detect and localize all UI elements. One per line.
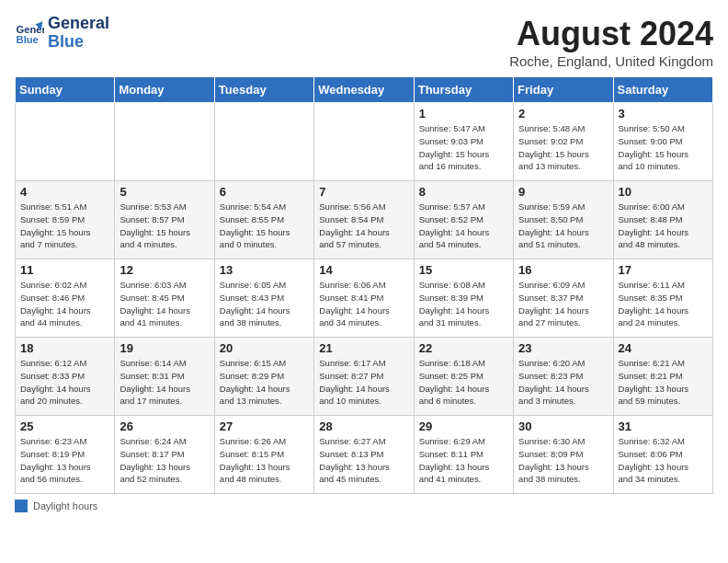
day-number: 28	[319, 419, 408, 433]
day-info: Sunrise: 5:51 AM Sunset: 8:59 PM Dayligh…	[20, 201, 109, 251]
day-number: 14	[319, 263, 408, 277]
day-number: 29	[419, 419, 508, 433]
calendar-cell: 25Sunrise: 6:23 AM Sunset: 8:19 PM Dayli…	[16, 416, 115, 494]
calendar-cell: 2Sunrise: 5:48 AM Sunset: 9:02 PM Daylig…	[514, 103, 613, 181]
day-number: 25	[20, 419, 109, 433]
daylight-box-icon	[15, 500, 28, 512]
header-tuesday: Tuesday	[214, 77, 313, 103]
day-number: 2	[518, 107, 608, 121]
calendar-week-1: 4Sunrise: 5:51 AM Sunset: 8:59 PM Daylig…	[16, 181, 713, 259]
header-sunday: Sunday	[16, 77, 115, 103]
day-info: Sunrise: 6:32 AM Sunset: 8:06 PM Dayligh…	[619, 435, 708, 486]
header-wednesday: Wednesday	[314, 77, 414, 103]
day-number: 15	[419, 263, 508, 277]
day-number: 20	[220, 341, 309, 355]
day-number: 4	[20, 185, 109, 199]
day-info: Sunrise: 6:24 AM Sunset: 8:17 PM Dayligh…	[119, 435, 209, 486]
calendar-cell	[214, 103, 313, 181]
calendar-cell: 26Sunrise: 6:24 AM Sunset: 8:17 PM Dayli…	[115, 416, 214, 494]
svg-text:Blue: Blue	[17, 34, 39, 45]
calendar-cell: 23Sunrise: 6:20 AM Sunset: 8:23 PM Dayli…	[514, 338, 613, 416]
day-number: 24	[619, 341, 708, 355]
day-info: Sunrise: 6:00 AM Sunset: 8:48 PM Dayligh…	[619, 201, 708, 251]
day-number: 27	[220, 419, 309, 433]
calendar-cell: 20Sunrise: 6:15 AM Sunset: 8:29 PM Dayli…	[214, 338, 313, 416]
day-info: Sunrise: 6:29 AM Sunset: 8:11 PM Dayligh…	[419, 435, 508, 486]
title-area: August 2024 Roche, England, United Kingd…	[509, 15, 713, 69]
header-monday: Monday	[115, 77, 214, 103]
day-number: 30	[518, 419, 608, 433]
calendar-cell: 15Sunrise: 6:08 AM Sunset: 8:39 PM Dayli…	[414, 259, 513, 338]
calendar-week-4: 25Sunrise: 6:23 AM Sunset: 8:19 PM Dayli…	[16, 416, 713, 494]
calendar-cell: 28Sunrise: 6:27 AM Sunset: 8:13 PM Dayli…	[314, 416, 414, 494]
day-number: 3	[619, 107, 708, 121]
day-number: 31	[619, 419, 708, 433]
day-info: Sunrise: 5:53 AM Sunset: 8:57 PM Dayligh…	[119, 201, 209, 251]
calendar-week-0: 1Sunrise: 5:47 AM Sunset: 9:03 PM Daylig…	[16, 103, 713, 181]
calendar-cell: 8Sunrise: 5:57 AM Sunset: 8:52 PM Daylig…	[414, 181, 513, 259]
logo: General Blue General Blue	[15, 15, 109, 52]
day-number: 19	[119, 341, 209, 355]
header-saturday: Saturday	[613, 77, 712, 103]
calendar-cell: 7Sunrise: 5:56 AM Sunset: 8:54 PM Daylig…	[314, 181, 414, 259]
day-info: Sunrise: 5:50 AM Sunset: 9:00 PM Dayligh…	[619, 122, 708, 173]
calendar-cell: 3Sunrise: 5:50 AM Sunset: 9:00 PM Daylig…	[613, 103, 712, 181]
day-info: Sunrise: 6:08 AM Sunset: 8:39 PM Dayligh…	[419, 279, 508, 329]
calendar-week-2: 11Sunrise: 6:02 AM Sunset: 8:46 PM Dayli…	[16, 259, 713, 338]
calendar-cell: 19Sunrise: 6:14 AM Sunset: 8:31 PM Dayli…	[115, 338, 214, 416]
day-info: Sunrise: 6:02 AM Sunset: 8:46 PM Dayligh…	[20, 279, 109, 329]
day-number: 11	[20, 263, 109, 277]
calendar-cell: 18Sunrise: 6:12 AM Sunset: 8:33 PM Dayli…	[16, 338, 115, 416]
calendar-cell: 12Sunrise: 6:03 AM Sunset: 8:45 PM Dayli…	[115, 259, 214, 338]
day-info: Sunrise: 6:17 AM Sunset: 8:27 PM Dayligh…	[319, 357, 408, 408]
day-number: 1	[419, 107, 508, 121]
day-number: 21	[319, 341, 408, 355]
calendar-cell: 5Sunrise: 5:53 AM Sunset: 8:57 PM Daylig…	[115, 181, 214, 259]
day-info: Sunrise: 6:06 AM Sunset: 8:41 PM Dayligh…	[319, 279, 408, 329]
logo-icon: General Blue	[15, 18, 44, 48]
day-number: 9	[518, 185, 608, 199]
day-number: 8	[419, 185, 508, 199]
day-info: Sunrise: 6:12 AM Sunset: 8:33 PM Dayligh…	[20, 357, 109, 408]
day-info: Sunrise: 6:15 AM Sunset: 8:29 PM Dayligh…	[220, 357, 309, 408]
day-info: Sunrise: 5:56 AM Sunset: 8:54 PM Dayligh…	[319, 201, 408, 251]
day-number: 7	[319, 185, 408, 199]
header-friday: Friday	[514, 77, 613, 103]
day-info: Sunrise: 6:23 AM Sunset: 8:19 PM Dayligh…	[20, 435, 109, 486]
calendar-cell	[16, 103, 115, 181]
calendar-body: 1Sunrise: 5:47 AM Sunset: 9:03 PM Daylig…	[16, 103, 713, 494]
day-number: 16	[518, 263, 608, 277]
calendar-cell: 29Sunrise: 6:29 AM Sunset: 8:11 PM Dayli…	[414, 416, 513, 494]
calendar-cell	[314, 103, 414, 181]
day-number: 10	[619, 185, 708, 199]
header-thursday: Thursday	[414, 77, 513, 103]
day-info: Sunrise: 6:20 AM Sunset: 8:23 PM Dayligh…	[518, 357, 608, 408]
calendar-cell: 9Sunrise: 5:59 AM Sunset: 8:50 PM Daylig…	[514, 181, 613, 259]
day-info: Sunrise: 6:11 AM Sunset: 8:35 PM Dayligh…	[619, 279, 708, 329]
day-info: Sunrise: 6:05 AM Sunset: 8:43 PM Dayligh…	[220, 279, 309, 329]
day-info: Sunrise: 5:59 AM Sunset: 8:50 PM Dayligh…	[518, 201, 608, 251]
day-info: Sunrise: 6:26 AM Sunset: 8:15 PM Dayligh…	[220, 435, 309, 486]
calendar-cell: 30Sunrise: 6:30 AM Sunset: 8:09 PM Dayli…	[514, 416, 613, 494]
day-number: 6	[220, 185, 309, 199]
day-number: 26	[119, 419, 209, 433]
calendar-cell: 31Sunrise: 6:32 AM Sunset: 8:06 PM Dayli…	[613, 416, 712, 494]
location-title: Roche, England, United Kingdom	[509, 53, 713, 69]
day-info: Sunrise: 5:48 AM Sunset: 9:02 PM Dayligh…	[518, 122, 608, 173]
calendar-cell: 17Sunrise: 6:11 AM Sunset: 8:35 PM Dayli…	[613, 259, 712, 338]
calendar-cell: 10Sunrise: 6:00 AM Sunset: 8:48 PM Dayli…	[613, 181, 712, 259]
day-number: 22	[419, 341, 508, 355]
calendar-cell: 13Sunrise: 6:05 AM Sunset: 8:43 PM Dayli…	[214, 259, 313, 338]
day-info: Sunrise: 6:09 AM Sunset: 8:37 PM Dayligh…	[518, 279, 608, 329]
day-info: Sunrise: 5:47 AM Sunset: 9:03 PM Dayligh…	[419, 122, 508, 173]
logo-text: General Blue	[48, 15, 109, 52]
footer: Daylight hours	[15, 500, 713, 512]
day-number: 13	[220, 263, 309, 277]
calendar-cell: 27Sunrise: 6:26 AM Sunset: 8:15 PM Dayli…	[214, 416, 313, 494]
daylight-label: Daylight hours	[33, 500, 97, 511]
calendar-table: Sunday Monday Tuesday Wednesday Thursday…	[15, 76, 713, 494]
calendar-cell: 11Sunrise: 6:02 AM Sunset: 8:46 PM Dayli…	[16, 259, 115, 338]
day-number: 5	[119, 185, 209, 199]
calendar-header: Sunday Monday Tuesday Wednesday Thursday…	[16, 77, 713, 103]
day-info: Sunrise: 6:30 AM Sunset: 8:09 PM Dayligh…	[518, 435, 608, 486]
